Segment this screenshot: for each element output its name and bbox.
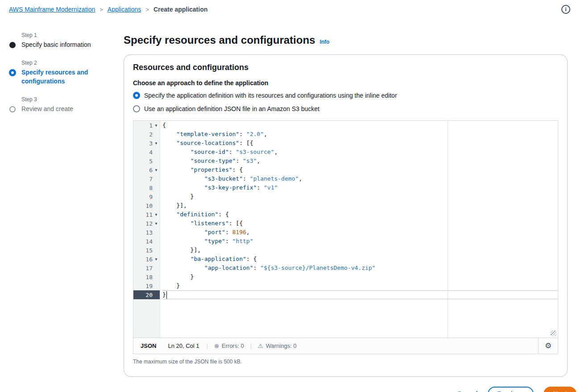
- text-cursor: [166, 291, 167, 299]
- code-line-19[interactable]: }: [162, 281, 558, 290]
- gutter-line-2: 2: [133, 130, 160, 139]
- step-number-label: Step 2: [21, 60, 124, 66]
- radio-option-s3-json-file[interactable]: Use an application definition JSON file …: [133, 104, 558, 113]
- code-line-17[interactable]: "app-location": "${s3-source}/PlanetsDem…: [162, 264, 558, 272]
- breadcrumb-link-service[interactable]: AWS Mainframe Modernization: [9, 6, 95, 13]
- code-line-12[interactable]: "listeners": [{: [162, 219, 558, 228]
- previous-button[interactable]: Previous: [488, 387, 534, 392]
- code-lines[interactable]: { "template-version": "2.0", "source-loc…: [162, 121, 558, 299]
- code-line-2[interactable]: "template-version": "2.0",: [162, 130, 558, 139]
- radio-option-inline-editor[interactable]: Specify the application definition with …: [133, 91, 558, 100]
- gutter-line-14: 14: [133, 237, 160, 246]
- editor-settings-button[interactable]: ⚙: [538, 338, 558, 354]
- radio-unselected-icon[interactable]: [133, 105, 140, 112]
- gutter-line-5: 5: [133, 157, 160, 165]
- step-item-3[interactable]: Step 3 Review and create: [9, 96, 124, 113]
- breadcrumb-link-applications[interactable]: Applications: [108, 6, 141, 13]
- code-line-7[interactable]: "s3-bucket": "planets-demo",: [162, 174, 558, 183]
- step-number-label: Step 1: [21, 32, 124, 38]
- wizard-footer-actions: Cancel Previous Next: [124, 387, 577, 392]
- gutter-line-9: 9: [133, 192, 160, 201]
- gutter-line-13: 13: [133, 228, 160, 237]
- main-content: Specify resources and configurations Inf…: [124, 19, 581, 392]
- editor-status-bar: JSON Ln 20, Col 1 | ⊗ Errors: 0 | ⚠ Warn…: [133, 338, 558, 354]
- editor-resize-handle[interactable]: [551, 330, 556, 336]
- language-indicator: JSON: [141, 342, 156, 349]
- step-1-completed-dot-icon: [9, 42, 16, 48]
- code-line-18[interactable]: }: [162, 272, 558, 281]
- fold-arrow-icon[interactable]: ▼: [153, 222, 160, 226]
- editor-code-area[interactable]: { "template-version": "2.0", "source-loc…: [160, 121, 558, 338]
- errors-count-label: Errors: 0: [222, 342, 244, 349]
- step-title[interactable]: Specify basic information: [21, 40, 106, 49]
- warning-triangle-icon: ⚠: [258, 342, 263, 349]
- step-3-upcoming-dot-icon: [9, 106, 16, 112]
- panel-title: Resources and configurations: [133, 63, 558, 72]
- wizard-steps-nav: Step 1 Specify basic information Step 2 …: [0, 19, 124, 124]
- next-button[interactable]: Next: [544, 387, 577, 392]
- warnings-count-label: Warnings: 0: [266, 342, 297, 349]
- errors-icon: ⊗: [214, 342, 219, 349]
- resources-configurations-panel: Resources and configurations Choose an a…: [124, 54, 568, 377]
- approach-field-label: Choose an approach to define the applica…: [133, 79, 558, 87]
- gutter-line-6: 6▼: [133, 165, 160, 174]
- gutter-line-12: 12▼: [133, 219, 160, 228]
- step-title[interactable]: Review and create: [21, 104, 106, 113]
- gutter-line-19: 19: [133, 281, 160, 290]
- gutter-line-16: 16▼: [133, 255, 160, 264]
- top-bar: AWS Mainframe Modernization > Applicatio…: [0, 0, 581, 19]
- gutter-line-11: 11▼: [133, 210, 160, 219]
- code-line-20[interactable]: }: [162, 290, 558, 299]
- fold-arrow-icon[interactable]: ▼: [153, 124, 160, 128]
- page-info-link[interactable]: Info: [320, 39, 329, 45]
- editor-line-number-gutter: 1▼23▼456▼7891011▼12▼13141516▼17181920: [133, 121, 160, 338]
- code-line-3[interactable]: "source-locations": [{: [162, 139, 558, 148]
- code-line-9[interactable]: }: [162, 192, 558, 201]
- radio-option-label: Specify the application definition with …: [144, 91, 397, 100]
- fold-arrow-icon[interactable]: ▼: [153, 141, 160, 145]
- radio-option-label: Use an application definition JSON file …: [144, 104, 320, 113]
- gear-icon: ⚙: [545, 341, 552, 351]
- errors-status: ⊗ Errors: 0: [214, 342, 244, 349]
- editor-body[interactable]: 1▼23▼456▼7891011▼12▼13141516▼17181920 { …: [133, 121, 558, 338]
- breadcrumb: AWS Mainframe Modernization > Applicatio…: [9, 6, 208, 13]
- status-divider: |: [250, 342, 252, 349]
- code-line-5[interactable]: "source-type": "s3",: [162, 157, 558, 165]
- step-item-2[interactable]: Step 2 Specify resources and configurati…: [9, 60, 124, 86]
- warnings-status: ⚠ Warnings: 0: [258, 342, 297, 349]
- gutter-line-7: 7: [133, 174, 160, 183]
- code-line-10[interactable]: }],: [162, 201, 558, 210]
- code-editor[interactable]: 1▼23▼456▼7891011▼12▼13141516▼17181920 { …: [133, 120, 558, 354]
- radio-selected-icon[interactable]: [133, 92, 140, 99]
- breadcrumb-separator-icon: >: [145, 6, 149, 13]
- gutter-line-1: 1▼: [133, 121, 160, 130]
- step-2-active-dot-icon: [9, 69, 16, 76]
- gutter-line-18: 18: [133, 272, 160, 281]
- code-line-14[interactable]: "type": "http": [162, 237, 558, 246]
- cancel-button[interactable]: Cancel: [457, 390, 478, 392]
- step-title[interactable]: Specify resources and configurations: [21, 68, 106, 86]
- code-line-11[interactable]: "definition": {: [162, 210, 558, 219]
- code-line-13[interactable]: "port": 8196,: [162, 228, 558, 237]
- gutter-line-20: 20: [133, 290, 160, 299]
- gutter-line-10: 10: [133, 201, 160, 210]
- code-line-6[interactable]: "properties": {: [162, 165, 558, 174]
- fold-arrow-icon[interactable]: ▼: [153, 257, 160, 261]
- code-line-1[interactable]: {: [162, 121, 558, 130]
- page-layout: Step 1 Specify basic information Step 2 …: [0, 19, 581, 392]
- fold-arrow-icon[interactable]: ▼: [153, 168, 160, 172]
- breadcrumb-current-page: Create application: [154, 6, 208, 13]
- fold-arrow-icon[interactable]: ▼: [153, 213, 160, 217]
- step-item-1[interactable]: Step 1 Specify basic information: [9, 32, 124, 49]
- gutter-line-4: 4: [133, 148, 160, 157]
- code-line-4[interactable]: "source-id": "s3-source",: [162, 148, 558, 157]
- gutter-line-17: 17: [133, 264, 160, 272]
- code-line-16[interactable]: "ba-application": {: [162, 255, 558, 264]
- gutter-line-8: 8: [133, 183, 160, 192]
- code-line-15[interactable]: }],: [162, 246, 558, 255]
- info-icon[interactable]: i: [561, 5, 570, 14]
- cursor-position-indicator: Ln 20, Col 1: [168, 342, 199, 349]
- gutter-line-15: 15: [133, 246, 160, 255]
- max-size-note: The maximum size of the JSON file is 500…: [133, 359, 558, 365]
- code-line-8[interactable]: "s3-key-prefix": "v1": [162, 183, 558, 192]
